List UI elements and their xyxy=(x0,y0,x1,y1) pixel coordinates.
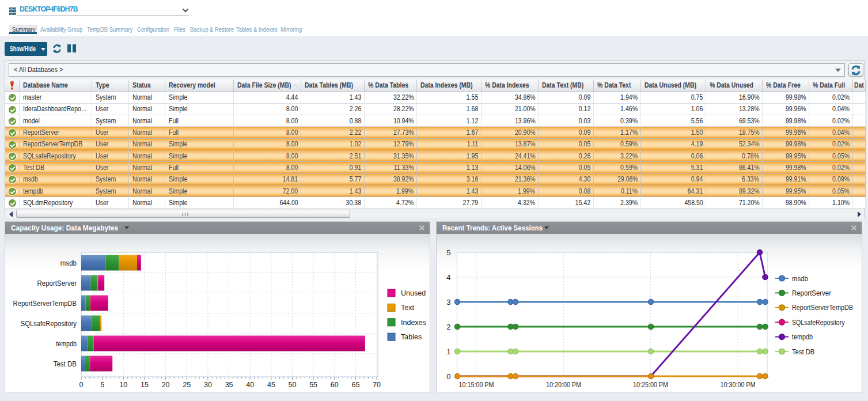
svg-text:Unused: Unused xyxy=(401,289,426,297)
svg-text:3: 3 xyxy=(446,298,450,307)
svg-text:tempdb: tempdb xyxy=(56,340,77,348)
svg-text:msdb: msdb xyxy=(792,275,808,283)
svg-text:30: 30 xyxy=(204,381,212,389)
svg-text:msdb: msdb xyxy=(60,259,77,267)
svg-text:40: 40 xyxy=(246,381,254,389)
svg-text:45: 45 xyxy=(267,381,275,389)
svg-text:0: 0 xyxy=(79,381,84,389)
svg-text:10:15:00 PM: 10:15:00 PM xyxy=(459,381,494,389)
svg-text:10:20:00 PM: 10:20:00 PM xyxy=(546,381,581,389)
svg-text:5: 5 xyxy=(100,381,104,389)
svg-text:Indexes: Indexes xyxy=(401,319,426,327)
svg-text:tempdb: tempdb xyxy=(792,333,813,341)
svg-text:10: 10 xyxy=(119,381,127,389)
svg-text:0: 0 xyxy=(446,372,450,381)
svg-text:Tables: Tables xyxy=(401,333,422,341)
svg-text:15: 15 xyxy=(141,381,149,389)
svg-text:5: 5 xyxy=(446,248,450,257)
svg-text:2: 2 xyxy=(446,323,450,331)
svg-text:20: 20 xyxy=(162,381,170,389)
svg-text:ReportServer: ReportServer xyxy=(792,289,831,297)
svg-text:65: 65 xyxy=(352,381,360,389)
svg-text:ReportServerTempDB: ReportServerTempDB xyxy=(792,304,853,312)
svg-text:SQLsafeRepository: SQLsafeRepository xyxy=(21,320,77,328)
svg-text:Test DB: Test DB xyxy=(792,348,814,356)
svg-text:Test DB: Test DB xyxy=(54,360,77,368)
svg-text:ReportServer: ReportServer xyxy=(37,279,77,287)
svg-text:50: 50 xyxy=(289,381,297,389)
svg-text:4: 4 xyxy=(446,273,450,282)
svg-text:35: 35 xyxy=(225,381,233,389)
svg-text:55: 55 xyxy=(309,381,317,389)
svg-text:Text: Text xyxy=(401,304,414,312)
svg-text:70: 70 xyxy=(373,381,381,389)
svg-text:SQLsafeRepository: SQLsafeRepository xyxy=(792,319,845,327)
svg-text:ReportServerTempDB: ReportServerTempDB xyxy=(13,300,77,308)
svg-text:1: 1 xyxy=(446,347,450,356)
svg-text:10:30:00 PM: 10:30:00 PM xyxy=(721,381,756,389)
svg-text:10:25:00 PM: 10:25:00 PM xyxy=(633,381,668,389)
svg-text:25: 25 xyxy=(183,381,191,389)
svg-text:60: 60 xyxy=(331,381,339,389)
